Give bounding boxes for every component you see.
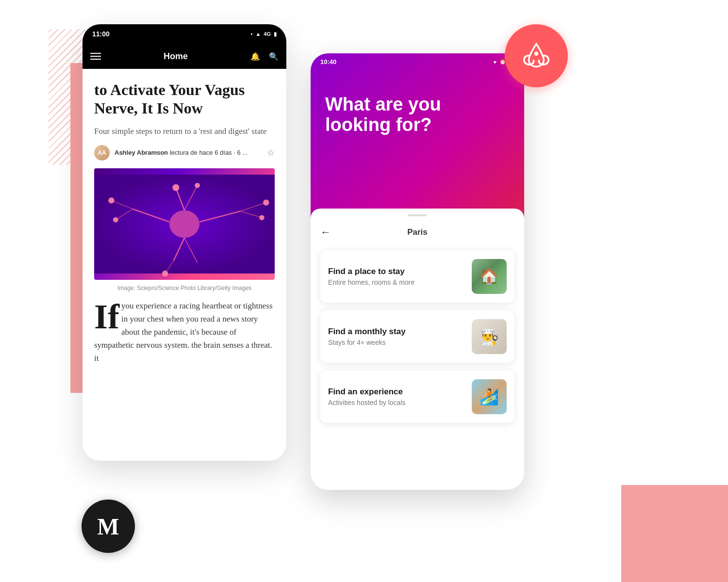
svg-line-4 [133,209,169,222]
airbnb-nav-location: Paris [407,227,428,237]
airbnb-option-title-experience: Find an experience [328,387,464,397]
medium-article-content: to Activate Your Vagus Nerve, It Is Now … [83,69,286,365]
medium-author-row: AA Ashley Abramson lectura de hace 6 día… [94,145,275,161]
airbnb-option-text-monthly: Find a monthly stay Stays for 4+ weeks [328,327,464,346]
svg-line-6 [116,209,132,220]
svg-line-2 [176,187,184,210]
svg-point-1 [169,210,199,238]
airbnb-option-monthly-stay[interactable]: Find a monthly stay Stays for 4+ weeks [320,310,514,363]
medium-article-subtitle: Four simple steps to return to a 'rest a… [94,126,275,137]
medium-body-text-content: you experience a racing heartbeat or tig… [94,301,273,363]
airbnb-drag-handle [408,214,427,216]
surf-image [472,379,507,414]
airbnb-option-subtitle-stay: Entire homes, rooms & more [328,278,464,286]
airbnb-option-experience[interactable]: Find an experience Activities hosted by … [320,371,514,423]
airbnb-logo-circle[interactable] [505,24,568,87]
medium-bookmark-icon[interactable]: ☆ [267,147,275,158]
svg-point-19 [162,270,168,276]
airbnb-bottom-sheet: ← Paris Find a place to stay Entire home… [311,209,524,490]
medium-author-meta: lectura de hace 6 días · 6 ... [170,149,248,156]
cook-image [472,319,507,354]
airbnb-header-title: What are you looking for? [311,65,524,150]
neuron-illustration [94,168,275,280]
airbnb-nav-bar: ← Paris [320,226,514,239]
network-icon: 4G [264,31,271,37]
battery-icon: ▮ [274,31,277,37]
medium-toolbar-title: Home [164,51,188,62]
heart-status-icon: ♥ [494,59,497,65]
medium-phone-mockup: 11:00 • ▲ 4G ▮ Home 🔔 🔍 to Activate Your… [83,24,286,461]
airbnb-phone-mockup: 10:40 ♥ ⏰ ▲ What are you looking for? ← … [311,53,524,490]
svg-point-14 [195,183,200,188]
airbnb-option-subtitle-monthly: Stays for 4+ weeks [328,339,464,346]
airbnb-option-subtitle-experience: Activities hosted by locals [328,399,464,406]
svg-line-10 [174,238,184,260]
search-icon[interactable]: 🔍 [269,52,279,61]
airbnb-option-text-stay: Find a place to stay Entire homes, rooms… [328,267,464,286]
background-pink-rect-bottom-right [621,485,728,582]
svg-rect-0 [94,175,275,274]
house-image [472,259,507,294]
airbnb-option-place-to-stay[interactable]: Find a place to stay Entire homes, rooms… [320,250,514,303]
medium-article-title: to Activate Your Vagus Nerve, It Is Now [94,81,275,118]
airbnb-option-text-experience: Find an experience Activities hosted by … [328,387,464,406]
airbnb-back-button[interactable]: ← [320,226,331,239]
notification-icon[interactable]: 🔔 [250,52,260,61]
medium-image-caption: Image: Sciepro/Science Photo Library/Get… [94,285,275,291]
medium-logo-letter: M [97,513,119,540]
medium-toolbar: Home 🔔 🔍 [83,44,286,69]
medium-toolbar-icons: 🔔 🔍 [250,52,279,61]
airbnb-status-bar: 10:40 ♥ ⏰ ▲ [311,53,524,65]
svg-line-5 [111,200,132,209]
medium-body-text: If you experience a racing heartbeat or … [94,299,275,365]
svg-point-16 [113,217,118,222]
svg-line-12 [165,260,174,274]
svg-point-20 [534,52,538,56]
airbnb-option-image-cook [472,319,507,354]
airbnb-logo-icon [519,39,553,73]
svg-point-15 [108,197,114,203]
airbnb-option-image-house [472,259,507,294]
medium-logo-circle[interactable]: M [82,500,135,553]
medium-drop-cap: If [94,303,119,331]
svg-line-8 [240,202,266,211]
medium-status-icons: • ▲ 4G ▮ [251,31,277,37]
svg-point-18 [259,215,265,220]
svg-line-7 [199,211,240,222]
svg-line-3 [184,185,198,210]
medium-status-bar: 11:00 • ▲ 4G ▮ [83,24,286,44]
svg-point-13 [172,184,179,191]
medium-author-info: Ashley Abramson lectura de hace 6 días ·… [115,149,248,156]
wifi-icon: ▲ [255,31,261,37]
svg-point-17 [263,199,269,205]
medium-article-image [94,168,275,280]
svg-line-9 [240,211,262,217]
svg-line-11 [184,238,198,262]
signal-dot-icon: • [251,31,253,37]
medium-time: 11:00 [92,30,110,38]
airbnb-time: 10:40 [320,58,336,65]
airbnb-option-title-monthly: Find a monthly stay [328,327,464,337]
medium-author-avatar: AA [94,145,110,161]
airbnb-option-title-stay: Find a place to stay [328,267,464,276]
menu-icon[interactable] [90,53,101,60]
medium-author-name: Ashley Abramson [115,149,168,156]
airbnb-option-image-surf [472,379,507,414]
